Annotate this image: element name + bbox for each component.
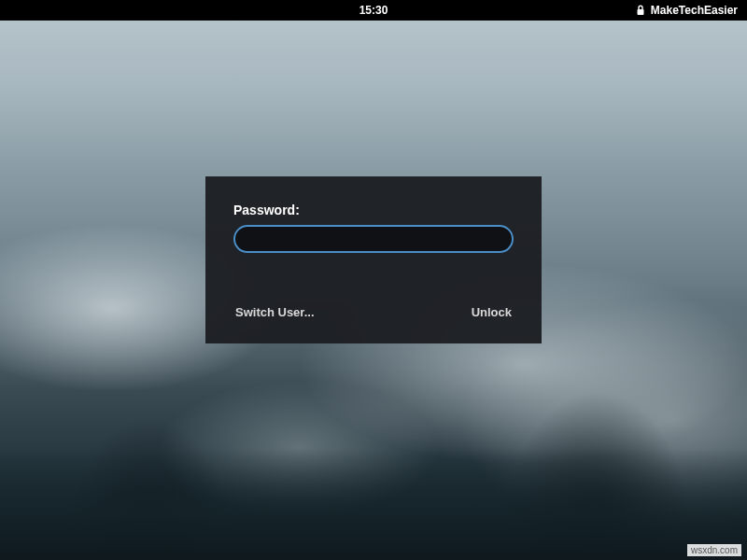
button-row: Switch User... Unlock (233, 301, 514, 323)
unlock-button[interactable]: Unlock (470, 301, 514, 323)
login-panel: Password: Switch User... Unlock (205, 176, 542, 343)
username-label: MakeTechEasier (651, 4, 738, 17)
svg-rect-0 (637, 9, 643, 15)
switch-user-button[interactable]: Switch User... (233, 301, 317, 323)
top-bar: 15:30 MakeTechEasier (0, 0, 747, 21)
watermark: wsxdn.com (687, 544, 741, 556)
lock-icon (636, 5, 645, 16)
password-label: Password: (233, 203, 514, 217)
clock: 15:30 (359, 4, 388, 17)
top-bar-user-area: MakeTechEasier (636, 4, 738, 17)
password-input[interactable] (233, 225, 514, 253)
